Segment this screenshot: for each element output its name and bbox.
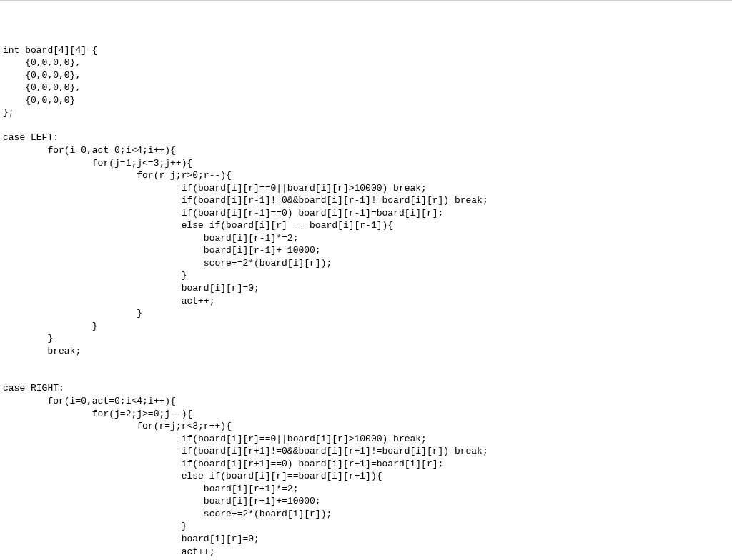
code-listing: int board[4][4]={ {0,0,0,0}, {0,0,0,0}, … bbox=[3, 44, 726, 560]
